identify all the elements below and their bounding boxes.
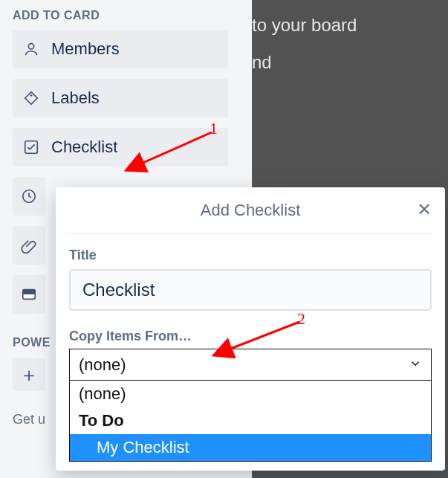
add-checklist-popover: Add Checklist ✕ Title Copy Items From… (… xyxy=(56,187,445,471)
dropdown-option-card[interactable]: To Do xyxy=(70,407,431,434)
close-icon: ✕ xyxy=(417,199,432,220)
popover-header: Add Checklist ✕ xyxy=(69,187,432,233)
copy-items-select[interactable]: (none) xyxy=(69,349,432,380)
checklist-title-input[interactable] xyxy=(69,269,432,311)
tag-icon xyxy=(23,90,39,106)
annotation-label-2: 2 xyxy=(297,309,305,329)
members-button[interactable]: Members xyxy=(13,30,228,68)
svg-point-1 xyxy=(30,94,33,97)
attachment-button[interactable] xyxy=(13,226,45,265)
button-label: Labels xyxy=(51,88,100,108)
dropdown-option-none[interactable]: (none) xyxy=(70,381,431,407)
background-text: nd xyxy=(252,52,272,73)
select-value: (none) xyxy=(79,355,126,375)
labels-button[interactable]: Labels xyxy=(13,79,228,117)
clock-icon xyxy=(21,188,37,204)
button-label: Members xyxy=(51,39,120,59)
svg-rect-5 xyxy=(23,294,36,299)
svg-point-0 xyxy=(28,44,33,49)
dates-button[interactable] xyxy=(13,177,45,216)
cover-button[interactable] xyxy=(13,275,45,314)
close-button[interactable]: ✕ xyxy=(414,199,435,220)
divider xyxy=(69,233,432,234)
button-label: Checklist xyxy=(51,138,117,157)
background-text: to your board xyxy=(252,15,357,36)
popover-title: Add Checklist xyxy=(201,201,301,220)
section-title: ADD TO CARD xyxy=(13,9,239,22)
checklist-button[interactable]: Checklist xyxy=(13,128,228,167)
add-powerup-button[interactable]: ＋ xyxy=(13,358,45,391)
annotation-label-1: 1 xyxy=(210,119,218,138)
chevron-down-icon xyxy=(409,355,422,375)
copy-items-label: Copy Items From… xyxy=(69,329,432,344)
person-icon xyxy=(23,41,39,57)
cover-icon xyxy=(21,286,37,303)
copy-items-dropdown: (none) To Do My Checklist xyxy=(69,380,432,462)
title-label: Title xyxy=(69,248,432,263)
plus-icon: ＋ xyxy=(19,362,39,388)
check-box-icon xyxy=(23,139,39,155)
paperclip-icon xyxy=(21,237,37,253)
dropdown-option-checklist[interactable]: My Checklist xyxy=(70,434,431,461)
